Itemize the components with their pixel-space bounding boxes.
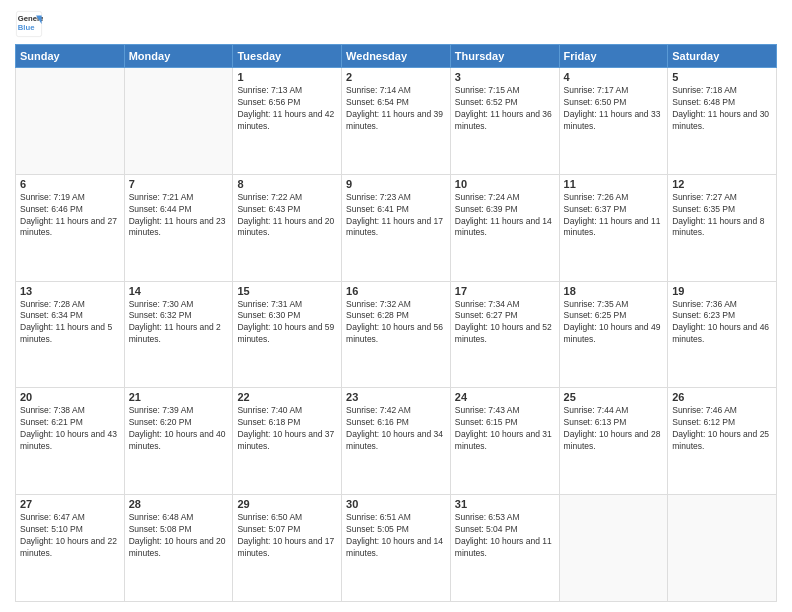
calendar-cell: 19Sunrise: 7:36 AMSunset: 6:23 PMDayligh… bbox=[668, 281, 777, 388]
day-number: 17 bbox=[455, 285, 555, 297]
calendar-cell: 6Sunrise: 7:19 AMSunset: 6:46 PMDaylight… bbox=[16, 174, 125, 281]
calendar-cell: 26Sunrise: 7:46 AMSunset: 6:12 PMDayligh… bbox=[668, 388, 777, 495]
calendar-cell: 30Sunrise: 6:51 AMSunset: 5:05 PMDayligh… bbox=[342, 495, 451, 602]
cell-info: Sunrise: 6:53 AMSunset: 5:04 PMDaylight:… bbox=[455, 512, 555, 560]
day-number: 6 bbox=[20, 178, 120, 190]
day-number: 21 bbox=[129, 391, 229, 403]
calendar-cell bbox=[16, 68, 125, 175]
calendar-cell: 3Sunrise: 7:15 AMSunset: 6:52 PMDaylight… bbox=[450, 68, 559, 175]
day-number: 30 bbox=[346, 498, 446, 510]
calendar-week-row: 6Sunrise: 7:19 AMSunset: 6:46 PMDaylight… bbox=[16, 174, 777, 281]
day-number: 11 bbox=[564, 178, 664, 190]
calendar-cell bbox=[668, 495, 777, 602]
calendar-cell: 16Sunrise: 7:32 AMSunset: 6:28 PMDayligh… bbox=[342, 281, 451, 388]
day-number: 16 bbox=[346, 285, 446, 297]
cell-info: Sunrise: 6:47 AMSunset: 5:10 PMDaylight:… bbox=[20, 512, 120, 560]
calendar-cell: 7Sunrise: 7:21 AMSunset: 6:44 PMDaylight… bbox=[124, 174, 233, 281]
calendar-week-row: 13Sunrise: 7:28 AMSunset: 6:34 PMDayligh… bbox=[16, 281, 777, 388]
cell-info: Sunrise: 6:48 AMSunset: 5:08 PMDaylight:… bbox=[129, 512, 229, 560]
calendar-table: SundayMondayTuesdayWednesdayThursdayFrid… bbox=[15, 44, 777, 602]
day-number: 24 bbox=[455, 391, 555, 403]
calendar-cell: 5Sunrise: 7:18 AMSunset: 6:48 PMDaylight… bbox=[668, 68, 777, 175]
cell-info: Sunrise: 7:34 AMSunset: 6:27 PMDaylight:… bbox=[455, 299, 555, 347]
calendar-cell: 18Sunrise: 7:35 AMSunset: 6:25 PMDayligh… bbox=[559, 281, 668, 388]
cell-info: Sunrise: 7:44 AMSunset: 6:13 PMDaylight:… bbox=[564, 405, 664, 453]
day-number: 12 bbox=[672, 178, 772, 190]
day-number: 31 bbox=[455, 498, 555, 510]
logo: General Blue bbox=[15, 10, 47, 38]
day-number: 5 bbox=[672, 71, 772, 83]
day-number: 2 bbox=[346, 71, 446, 83]
cell-info: Sunrise: 7:13 AMSunset: 6:56 PMDaylight:… bbox=[237, 85, 337, 133]
cell-info: Sunrise: 7:43 AMSunset: 6:15 PMDaylight:… bbox=[455, 405, 555, 453]
calendar-week-row: 1Sunrise: 7:13 AMSunset: 6:56 PMDaylight… bbox=[16, 68, 777, 175]
header: General Blue bbox=[15, 10, 777, 38]
calendar-cell: 8Sunrise: 7:22 AMSunset: 6:43 PMDaylight… bbox=[233, 174, 342, 281]
day-number: 1 bbox=[237, 71, 337, 83]
day-number: 23 bbox=[346, 391, 446, 403]
cell-info: Sunrise: 7:38 AMSunset: 6:21 PMDaylight:… bbox=[20, 405, 120, 453]
calendar-cell: 1Sunrise: 7:13 AMSunset: 6:56 PMDaylight… bbox=[233, 68, 342, 175]
calendar-cell: 20Sunrise: 7:38 AMSunset: 6:21 PMDayligh… bbox=[16, 388, 125, 495]
cell-info: Sunrise: 7:42 AMSunset: 6:16 PMDaylight:… bbox=[346, 405, 446, 453]
day-number: 13 bbox=[20, 285, 120, 297]
calendar-cell bbox=[124, 68, 233, 175]
day-number: 8 bbox=[237, 178, 337, 190]
calendar-cell: 10Sunrise: 7:24 AMSunset: 6:39 PMDayligh… bbox=[450, 174, 559, 281]
calendar-cell: 24Sunrise: 7:43 AMSunset: 6:15 PMDayligh… bbox=[450, 388, 559, 495]
day-number: 10 bbox=[455, 178, 555, 190]
cell-info: Sunrise: 7:35 AMSunset: 6:25 PMDaylight:… bbox=[564, 299, 664, 347]
cell-info: Sunrise: 7:30 AMSunset: 6:32 PMDaylight:… bbox=[129, 299, 229, 347]
weekday-header-row: SundayMondayTuesdayWednesdayThursdayFrid… bbox=[16, 45, 777, 68]
calendar-week-row: 20Sunrise: 7:38 AMSunset: 6:21 PMDayligh… bbox=[16, 388, 777, 495]
svg-text:Blue: Blue bbox=[18, 23, 35, 32]
cell-info: Sunrise: 7:46 AMSunset: 6:12 PMDaylight:… bbox=[672, 405, 772, 453]
cell-info: Sunrise: 7:27 AMSunset: 6:35 PMDaylight:… bbox=[672, 192, 772, 240]
day-number: 25 bbox=[564, 391, 664, 403]
day-number: 7 bbox=[129, 178, 229, 190]
weekday-header: Monday bbox=[124, 45, 233, 68]
calendar-cell: 21Sunrise: 7:39 AMSunset: 6:20 PMDayligh… bbox=[124, 388, 233, 495]
calendar-cell: 25Sunrise: 7:44 AMSunset: 6:13 PMDayligh… bbox=[559, 388, 668, 495]
calendar-cell: 17Sunrise: 7:34 AMSunset: 6:27 PMDayligh… bbox=[450, 281, 559, 388]
day-number: 27 bbox=[20, 498, 120, 510]
calendar-cell: 27Sunrise: 6:47 AMSunset: 5:10 PMDayligh… bbox=[16, 495, 125, 602]
cell-info: Sunrise: 7:23 AMSunset: 6:41 PMDaylight:… bbox=[346, 192, 446, 240]
logo-icon: General Blue bbox=[15, 10, 43, 38]
weekday-header: Sunday bbox=[16, 45, 125, 68]
cell-info: Sunrise: 7:15 AMSunset: 6:52 PMDaylight:… bbox=[455, 85, 555, 133]
cell-info: Sunrise: 7:17 AMSunset: 6:50 PMDaylight:… bbox=[564, 85, 664, 133]
cell-info: Sunrise: 7:22 AMSunset: 6:43 PMDaylight:… bbox=[237, 192, 337, 240]
cell-info: Sunrise: 7:14 AMSunset: 6:54 PMDaylight:… bbox=[346, 85, 446, 133]
calendar-cell: 28Sunrise: 6:48 AMSunset: 5:08 PMDayligh… bbox=[124, 495, 233, 602]
calendar-cell bbox=[559, 495, 668, 602]
cell-info: Sunrise: 7:19 AMSunset: 6:46 PMDaylight:… bbox=[20, 192, 120, 240]
weekday-header: Thursday bbox=[450, 45, 559, 68]
cell-info: Sunrise: 7:32 AMSunset: 6:28 PMDaylight:… bbox=[346, 299, 446, 347]
day-number: 20 bbox=[20, 391, 120, 403]
calendar-cell: 31Sunrise: 6:53 AMSunset: 5:04 PMDayligh… bbox=[450, 495, 559, 602]
calendar-cell: 4Sunrise: 7:17 AMSunset: 6:50 PMDaylight… bbox=[559, 68, 668, 175]
cell-info: Sunrise: 7:18 AMSunset: 6:48 PMDaylight:… bbox=[672, 85, 772, 133]
calendar-cell: 12Sunrise: 7:27 AMSunset: 6:35 PMDayligh… bbox=[668, 174, 777, 281]
calendar-cell: 15Sunrise: 7:31 AMSunset: 6:30 PMDayligh… bbox=[233, 281, 342, 388]
day-number: 3 bbox=[455, 71, 555, 83]
calendar-week-row: 27Sunrise: 6:47 AMSunset: 5:10 PMDayligh… bbox=[16, 495, 777, 602]
cell-info: Sunrise: 7:39 AMSunset: 6:20 PMDaylight:… bbox=[129, 405, 229, 453]
calendar-cell: 9Sunrise: 7:23 AMSunset: 6:41 PMDaylight… bbox=[342, 174, 451, 281]
weekday-header: Tuesday bbox=[233, 45, 342, 68]
calendar-cell: 13Sunrise: 7:28 AMSunset: 6:34 PMDayligh… bbox=[16, 281, 125, 388]
weekday-header: Friday bbox=[559, 45, 668, 68]
day-number: 26 bbox=[672, 391, 772, 403]
day-number: 14 bbox=[129, 285, 229, 297]
day-number: 15 bbox=[237, 285, 337, 297]
day-number: 4 bbox=[564, 71, 664, 83]
cell-info: Sunrise: 7:36 AMSunset: 6:23 PMDaylight:… bbox=[672, 299, 772, 347]
calendar-cell: 22Sunrise: 7:40 AMSunset: 6:18 PMDayligh… bbox=[233, 388, 342, 495]
weekday-header: Wednesday bbox=[342, 45, 451, 68]
calendar-cell: 2Sunrise: 7:14 AMSunset: 6:54 PMDaylight… bbox=[342, 68, 451, 175]
day-number: 28 bbox=[129, 498, 229, 510]
weekday-header: Saturday bbox=[668, 45, 777, 68]
day-number: 22 bbox=[237, 391, 337, 403]
cell-info: Sunrise: 7:21 AMSunset: 6:44 PMDaylight:… bbox=[129, 192, 229, 240]
